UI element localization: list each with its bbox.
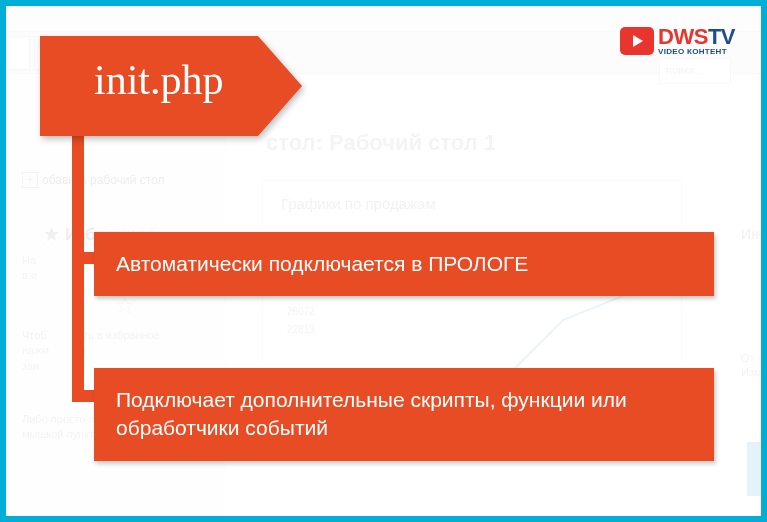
right-heading: Инс [741,226,761,242]
right-text: Измен [741,366,761,378]
logo-wordmark: DWSTV [658,26,735,48]
right-text: От [741,352,761,364]
title-callout-text: init.php [40,36,258,136]
star-icon: ★ [44,225,59,244]
blue-promo-box: Ска без [747,442,761,496]
right-sidebar-peek: Инс От Измен [741,226,761,378]
title-callout: init.php [40,36,302,136]
page-title: стол: Рабочий стол 1 [266,130,761,156]
callout-1: Автоматически подключается в ПРОЛОГЕ [94,232,714,296]
y-axis-label: 22813 [287,324,315,335]
admin-tab-first[interactable] [6,36,30,70]
callout-2: Подключает дополнительные скрипты, функц… [94,368,714,461]
panel-title: Графики по продажам [263,181,681,227]
plus-icon: + [22,172,38,188]
dwstv-logo: DWSTV VIDEO КОНТЕНТ [620,26,735,56]
y-axis-label: 26072 [287,306,315,317]
search-input[interactable]: поиск... [659,58,731,84]
arrow-right-icon [258,36,302,136]
add-desktop-button[interactable]: +обавить рабочий стол [22,172,226,188]
logo-subtitle: VIDEO КОНТЕНТ [658,48,735,56]
play-icon [620,27,654,55]
